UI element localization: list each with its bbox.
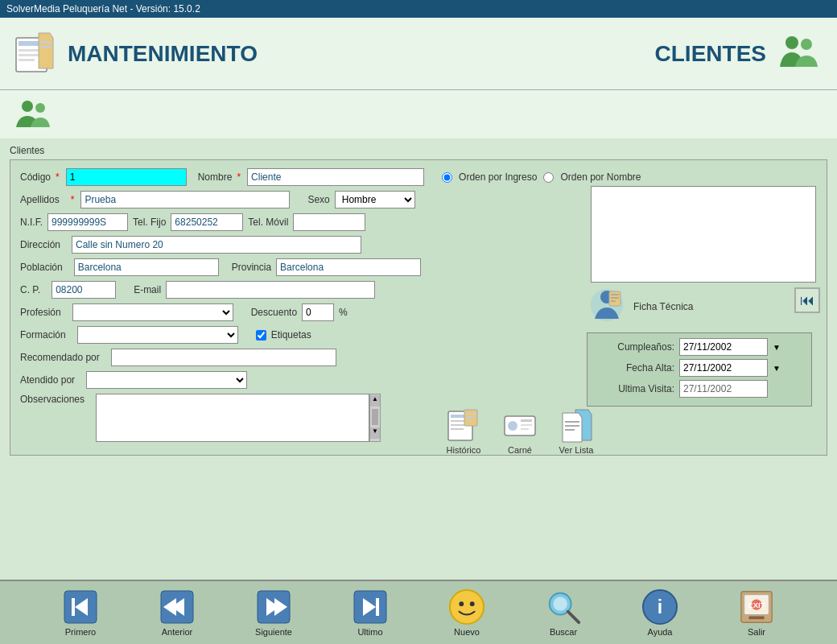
header-left: MANTENIMIENTO — [13, 31, 258, 76]
telmovil-input[interactable] — [293, 213, 365, 231]
nuevo-label: Nuevo — [454, 627, 480, 637]
ficha-icon[interactable] — [587, 285, 627, 328]
anterior-label: Anterior — [162, 627, 193, 637]
scroll-up[interactable]: ▲ — [370, 395, 380, 407]
descuento-label: Descuento — [251, 307, 297, 318]
telfijo-input[interactable] — [171, 213, 243, 231]
codigo-required: * — [56, 171, 60, 183]
clientes-icon — [776, 30, 824, 78]
scroll-thumb — [372, 409, 378, 425]
svg-rect-46 — [376, 598, 379, 616]
buscar-button[interactable]: Buscar — [545, 588, 582, 637]
nif-input[interactable] — [47, 213, 128, 231]
obs-scrollbar[interactable]: ▲ ▼ — [369, 394, 381, 442]
observaciones-textarea[interactable] — [96, 394, 369, 442]
radio-ingreso[interactable] — [442, 172, 452, 183]
email-input[interactable] — [166, 281, 375, 299]
svg-point-52 — [554, 597, 567, 611]
siguiente-icon — [255, 588, 292, 625]
svg-point-49 — [470, 601, 475, 606]
atendido-label: Atendido por — [20, 374, 75, 386]
section-label: Clientes — [10, 145, 827, 156]
svg-marker-5 — [39, 33, 53, 68]
historico-label: Histórico — [447, 445, 481, 455]
cumpleanos-input[interactable] — [679, 338, 768, 356]
fechaalta-dropdown[interactable]: ▼ — [773, 364, 781, 373]
primero-button[interactable]: Primero — [62, 588, 99, 637]
profesion-select[interactable] — [72, 303, 233, 321]
codigo-label: Código — [20, 171, 51, 183]
title-text: SolverMedia Peluquería Net - Versión: 15… — [6, 3, 200, 14]
fechaalta-input[interactable] — [679, 359, 768, 377]
svg-line-51 — [568, 612, 579, 622]
header-right: CLIENTES — [655, 30, 824, 78]
direccion-input[interactable] — [72, 236, 361, 254]
codigo-input[interactable] — [66, 168, 187, 186]
radio-nombre[interactable] — [543, 172, 554, 183]
svg-rect-33 — [565, 425, 579, 427]
ayuda-icon: i — [641, 588, 678, 625]
svg-rect-16 — [611, 297, 619, 299]
svg-rect-6 — [40, 41, 52, 43]
carne-button[interactable]: Carné — [501, 407, 538, 455]
svg-point-28 — [508, 421, 517, 431]
sexo-label: Sexo — [307, 194, 329, 205]
svg-rect-17 — [611, 300, 616, 302]
toolbar: Primero Anterior Siguiente — [0, 580, 837, 644]
sub-header — [0, 90, 837, 138]
ficha-tecnica-label: Ficha Técnica — [633, 301, 693, 312]
svg-rect-7 — [40, 46, 52, 48]
fechaalta-label: Fecha Alta: — [594, 362, 674, 374]
svg-rect-29 — [521, 419, 532, 422]
svg-rect-25 — [466, 416, 476, 418]
anterior-button[interactable]: Anterior — [159, 588, 196, 637]
verlista-label: Ver Lista — [559, 445, 594, 455]
anterior-icon — [159, 588, 196, 625]
descuento-input[interactable] — [302, 303, 334, 321]
formacion-select[interactable] — [77, 326, 238, 344]
nuevo-button[interactable]: Nuevo — [448, 588, 485, 637]
atendido-select[interactable] — [86, 371, 247, 389]
svg-text:i: i — [658, 597, 662, 617]
row-observaciones: Observaciones ▲ ▼ — [20, 394, 817, 442]
recomendado-label: Recomendado por — [20, 352, 100, 363]
clients-listbox[interactable] — [591, 186, 816, 283]
form-container: Código * Nombre * Orden por Ingreso Orde… — [10, 159, 827, 456]
salir-button[interactable]: EXIT Salir — [738, 588, 775, 637]
cp-input[interactable] — [52, 281, 116, 299]
provincia-input[interactable] — [276, 258, 421, 276]
orden-nombre-label: Orden por Nombre — [560, 171, 641, 183]
etiquetas-checkbox[interactable] — [256, 330, 266, 341]
ayuda-button[interactable]: i Ayuda — [641, 588, 678, 637]
apellidos-label: Apellidos — [20, 194, 60, 205]
nombre-input[interactable] — [247, 168, 424, 186]
telmovil-label: Tel. Móvil — [248, 217, 288, 228]
apellidos-input[interactable] — [80, 191, 290, 208]
sexo-select[interactable]: Hombre Mujer — [335, 191, 415, 208]
buscar-label: Buscar — [550, 627, 577, 637]
siguiente-button[interactable]: Siguiente — [255, 588, 292, 637]
historico-button[interactable]: Histórico — [445, 407, 482, 455]
recomendado-input[interactable] — [111, 349, 336, 366]
obs-container: ▲ ▼ — [96, 394, 381, 442]
main-content: Clientes Código * Nombre * Orden por Ing… — [0, 138, 837, 580]
direccion-label: Dirección — [20, 239, 60, 250]
formacion-label: Formación — [20, 329, 66, 341]
dates-panel: Cumpleaños: ▼ Fecha Alta: ▼ Ultima Visit… — [587, 332, 812, 407]
svg-point-11 — [35, 103, 45, 113]
etiquetas-label: Etiquetas — [271, 329, 311, 341]
cumpleanos-dropdown[interactable]: ▼ — [773, 343, 781, 352]
svg-rect-24 — [466, 413, 476, 415]
scroll-down[interactable]: ▼ — [370, 427, 380, 439]
svg-point-9 — [801, 39, 812, 50]
ultimo-button[interactable]: Ultimo — [352, 588, 389, 637]
cp-label: C. P. — [20, 284, 40, 295]
poblacion-input[interactable] — [74, 258, 219, 276]
cumpleanos-label: Cumpleaños: — [594, 341, 674, 353]
nombre-required: * — [237, 171, 241, 183]
title-bar: SolverMedia Peluquería Net - Versión: 15… — [0, 0, 837, 18]
verlista-button[interactable]: Ver Lista — [558, 407, 595, 455]
cumpleanos-row: Cumpleaños: ▼ — [594, 338, 805, 356]
svg-rect-32 — [565, 421, 579, 423]
primero-label: Primero — [65, 627, 97, 637]
